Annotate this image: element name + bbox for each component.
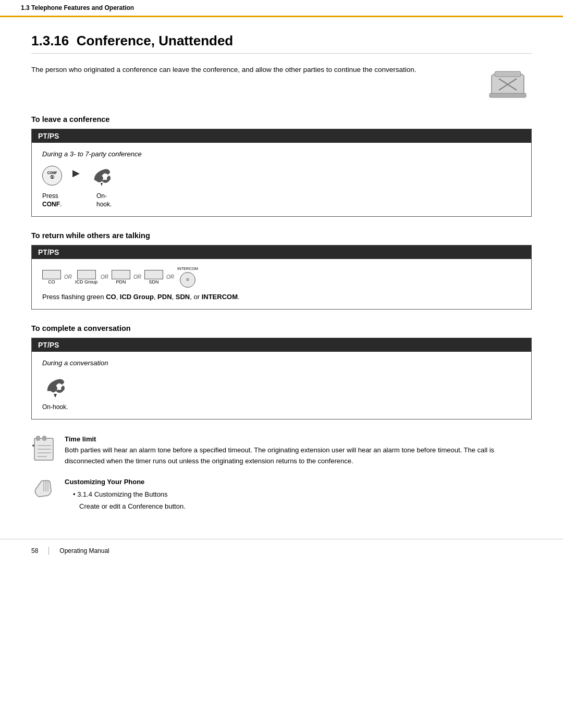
or-4: OR [166,274,174,280]
svg-rect-9 [43,436,46,440]
section3-ptps-header: PT/PS [32,338,531,352]
co-btn-group: CO [42,270,61,285]
co-btn [42,270,61,279]
section1-ptps-body: During a 3- to 7-party conference CONF ①… [32,143,531,216]
icd-btn-group: ICD Group [75,270,97,285]
arrow-right-icon: ▶ [72,167,80,179]
conf-num-label: ① [50,175,54,180]
or-1: OR [64,274,72,280]
section1-step1-label: Press CONF. [42,191,65,208]
section3-heading: To complete a conversation [31,324,532,332]
customizing-title: Customizing Your Phone [65,478,144,486]
note-row: Time limit Both parties will hear an ala… [31,434,532,466]
svg-rect-4 [489,93,526,97]
note-content: Time limit Both parties will hear an ala… [65,434,532,466]
title-text: Conference, Unattended [77,33,234,48]
section2-buttons-row: CO OR ICD Group OR PDN OR [42,266,521,288]
press-co: CO [106,293,116,301]
section3-onhook-item [42,374,68,398]
section2-press-text: Press flashing green CO, ICD Group, PDN,… [42,293,521,301]
conf-step-item: CONF ① [42,166,62,186]
intercom-btn-group: INTERCOM ① [177,266,198,288]
top-bar: 1.3 Telephone Features and Operation [0,0,563,17]
section3-italic-note: During a conversation [42,359,521,367]
section2-ptps-box: PT/PS CO OR ICD Group OR [31,245,532,310]
telephone-icon [487,64,529,101]
svg-marker-6 [54,394,57,398]
section1-ptps-box: PT/PS During a 3- to 7-party conference … [31,129,532,217]
customizing-content: Customizing Your Phone • 3.1.4 Customizi… [65,476,532,512]
section1-step2-label: On-hook. [96,191,119,208]
svg-rect-1 [495,71,521,77]
svg-rect-8 [36,436,40,440]
section2-ptps-header: PT/PS [32,245,531,259]
top-bar-label: 1.3 Telephone Features and Operation [21,4,134,11]
svg-marker-5 [101,183,103,186]
onhook-step-item [90,165,113,186]
onhook-phone-icon [90,165,113,186]
section1-heading: To leave a conference [31,115,532,124]
section3-step-row [42,374,521,398]
svg-point-14 [32,445,34,447]
note-icon [32,435,56,462]
customizing-sub: • 3.1.4 Customizing the Buttons Create o… [73,488,532,513]
title-number: 1.3.16 [31,33,69,48]
or-2: OR [101,274,108,280]
sdn-btn [144,270,163,279]
customizing-item: • 3.1.4 Customizing the Buttons [73,490,168,498]
footer-separator [48,547,49,555]
intercom-top-label: INTERCOM [177,266,198,271]
section1-step-row: CONF ① ▶ [42,165,521,186]
or-3: OR [133,274,141,280]
phone-icon-area [485,64,532,101]
section1-italic-note: During a 3- to 7-party conference [42,150,521,158]
intercom-btn: ① [180,272,195,288]
customizing-subitem: Create or edit a Conference button. [79,502,186,510]
section2-ptps-body: CO OR ICD Group OR PDN OR [32,259,531,309]
icd-btn [77,270,96,279]
customizing-row: Customizing Your Phone • 3.1.4 Customizi… [31,476,532,512]
footer-page-number: 58 [31,547,38,554]
intro-text: The person who originated a conference c… [31,64,474,76]
customizing-icon-area [31,476,57,500]
sdn-btn-group: SDN [144,270,163,285]
co-label: CO [48,279,55,285]
sdn-label: SDN [149,279,159,285]
section2-heading: To return while others are talking [31,231,532,240]
pdn-btn-group: PDN [112,270,130,285]
press-pdn: PDN [157,293,172,301]
section1-ptps-header: PT/PS [32,129,531,143]
note-icon-area [31,434,57,462]
note-text: Both parties will hear an alarm tone bef… [65,446,494,465]
conf-button-icon: CONF ① [42,166,62,186]
section3-ptps-box: PT/PS During a conversation On-hook. [31,338,532,419]
pdn-btn [112,270,130,279]
section3-onhook-icon [42,374,68,398]
section3-ptps-body: During a conversation On-hook. [32,352,531,419]
main-content: 1.3.16 Conference, Unattended The person… [0,17,563,539]
pdn-label: PDN [116,279,126,285]
footer-label: Operating Manual [59,547,109,554]
note-title: Time limit [65,435,96,443]
page-title: 1.3.16 Conference, Unattended [31,33,532,54]
press-icd: ICD Group [120,293,154,301]
intro-row: The person who originated a conference c… [31,64,532,101]
press-intercom: INTERCOM [202,293,238,301]
icd-label: ICD Group [75,279,97,285]
section3-step-label: On-hook. [42,403,521,411]
section1-labels: Press CONF. On-hook. [42,191,521,208]
press-sdn: SDN [176,293,190,301]
customizing-icon [31,476,57,500]
footer-bar: 58 Operating Manual [0,539,563,562]
